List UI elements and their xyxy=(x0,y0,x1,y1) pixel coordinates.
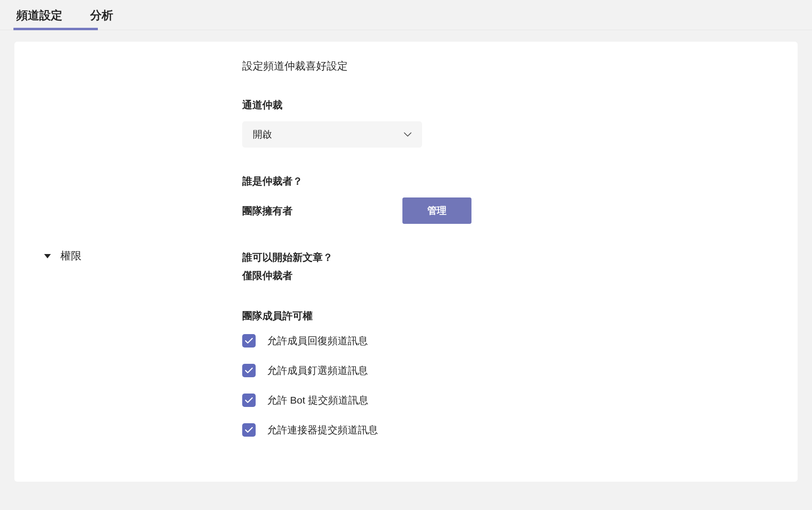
tab-channel-settings[interactable]: 頻道設定 xyxy=(14,4,64,30)
permission-item: 允許連接器提交頻道訊息 xyxy=(242,423,778,437)
permission-item: 允許成員回復頻道訊息 xyxy=(242,334,778,348)
permission-checkbox-bot[interactable] xyxy=(242,394,256,407)
permission-label: 允許連接器提交頻道訊息 xyxy=(267,423,378,437)
tab-analytics[interactable]: 分析 xyxy=(88,4,115,30)
moderation-dropdown[interactable]: 開啟 xyxy=(242,121,422,148)
permission-label: 允許成員釘選頻道訊息 xyxy=(267,364,368,377)
permission-checkbox-pin[interactable] xyxy=(242,364,256,377)
newposts-value: 僅限仲裁者 xyxy=(242,269,778,282)
section-title: 權限 xyxy=(60,249,82,263)
section-description: 設定頻道仲裁喜好設定 xyxy=(242,59,778,73)
newposts-label: 誰可以開始新文章？ xyxy=(242,251,778,264)
moderators-value: 團隊擁有者 xyxy=(242,204,293,218)
section-header-permissions[interactable]: 權限 xyxy=(34,59,242,453)
caret-down-icon xyxy=(44,254,51,258)
moderation-dropdown-value: 開啟 xyxy=(253,128,272,141)
permission-item: 允許成員釘選頻道訊息 xyxy=(242,364,778,377)
permission-checkbox-reply[interactable] xyxy=(242,334,256,348)
tab-bar: 頻道設定 分析 xyxy=(0,0,812,30)
permission-label: 允許成員回復頻道訊息 xyxy=(267,334,368,348)
permission-item: 允許 Bot 提交頻道訊息 xyxy=(242,394,778,407)
settings-card: 權限 設定頻道仲裁喜好設定 通道仲裁 開啟 誰是仲裁者？ 團隊擁有者 管理 誰可… xyxy=(14,42,798,482)
member-permissions-heading: 團隊成員許可權 xyxy=(242,309,778,323)
manage-moderators-button[interactable]: 管理 xyxy=(402,197,471,224)
chevron-down-icon xyxy=(404,132,412,137)
section-body: 設定頻道仲裁喜好設定 通道仲裁 開啟 誰是仲裁者？ 團隊擁有者 管理 誰可以開始… xyxy=(242,59,778,453)
permission-checkbox-connector[interactable] xyxy=(242,423,256,437)
moderation-label: 通道仲裁 xyxy=(242,98,778,112)
permission-label: 允許 Bot 提交頻道訊息 xyxy=(267,394,368,407)
moderators-label: 誰是仲裁者？ xyxy=(242,174,778,188)
